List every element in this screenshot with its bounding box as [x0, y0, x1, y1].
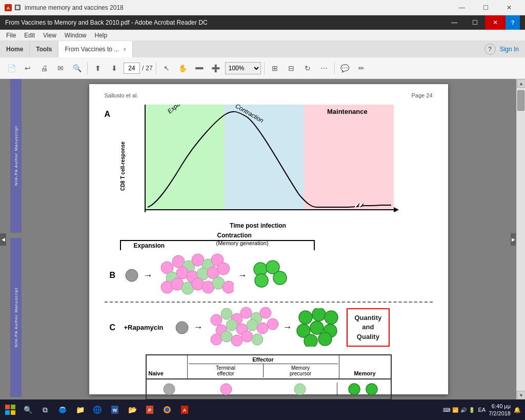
search-btn[interactable]: 🔍: [70, 61, 84, 75]
table-data-row: [147, 379, 391, 399]
tab-tools[interactable]: Tools: [30, 41, 58, 57]
nih-sidebar-bottom: NIH-PA Author Manuscript: [10, 238, 22, 397]
menu-help[interactable]: Help: [91, 31, 112, 40]
svg-point-70: [294, 384, 306, 395]
separator-4: [334, 62, 335, 74]
contraction-bracket: Contraction (Memory generation): [202, 240, 315, 250]
app-maximize-button[interactable]: ☐: [465, 15, 485, 30]
svg-point-30: [217, 263, 230, 275]
separator-3: [264, 62, 265, 74]
svg-rect-74: [11, 405, 15, 409]
cursor-btn[interactable]: ↖: [159, 61, 174, 75]
more-btn[interactable]: ⋯: [317, 61, 331, 75]
main-window: A 🔲 immune memory and vaccines 2018 — ☐ …: [0, 0, 525, 399]
scroll-up-button[interactable]: ▲: [517, 79, 525, 88]
rapamycin-label: +Rapamycin: [124, 324, 170, 331]
qty-quality-box: QuantityandQuality: [347, 308, 390, 347]
naive-cell-c: [174, 320, 190, 335]
fit-page-btn[interactable]: ⊞: [268, 61, 282, 75]
svg-point-56: [221, 331, 232, 342]
help-icon-button[interactable]: ?: [484, 44, 496, 55]
naive-cell-table: [149, 383, 190, 396]
table-memory-cell: Memory: [339, 355, 391, 378]
svg-marker-7: [394, 207, 399, 212]
open-btn[interactable]: ↩: [21, 61, 35, 75]
svg-point-59: [252, 334, 263, 345]
edge-button[interactable]: [54, 402, 71, 418]
menu-window[interactable]: Window: [60, 31, 91, 40]
memory-precursor-cell: Memoryprecursor: [264, 364, 338, 377]
app-close-button[interactable]: ✕: [485, 15, 506, 30]
tab-close-icon[interactable]: ×: [123, 47, 126, 52]
svg-text:Time post infection: Time post infection: [230, 222, 286, 229]
notifications-button[interactable]: 🔔: [514, 407, 521, 413]
scroll-down-button[interactable]: ▼: [517, 391, 525, 399]
word-button[interactable]: W: [107, 402, 123, 418]
menu-file[interactable]: File: [2, 31, 20, 40]
bottom-table: Naive Effector Terminaleffector Memorypr…: [146, 354, 392, 399]
task-view-button[interactable]: ⧉: [37, 402, 53, 418]
page-input[interactable]: [124, 63, 140, 74]
keyboard-icon: ⌨: [443, 407, 450, 413]
svg-rect-4: [304, 105, 394, 210]
powerpoint-button[interactable]: P: [142, 402, 158, 418]
menu-edit[interactable]: Edit: [20, 31, 39, 40]
author-text: Sallusto et al.: [105, 92, 138, 98]
rotate-btn[interactable]: ↻: [300, 61, 315, 75]
prev-page-btn[interactable]: ⬆: [91, 61, 105, 75]
svg-point-44: [221, 308, 232, 319]
left-margin: ◀: [0, 79, 10, 399]
page-header: Sallusto et al. Page 24: [105, 92, 433, 98]
help-circle-button[interactable]: ?: [506, 15, 520, 30]
zoom-select[interactable]: 100% 75% 150%: [225, 62, 261, 74]
file-explorer-button[interactable]: 📁: [72, 402, 88, 418]
envelope-btn[interactable]: ✉: [53, 61, 68, 75]
hand-btn[interactable]: ✋: [176, 61, 190, 75]
page-total: 27: [146, 65, 152, 72]
left-nav-arrow[interactable]: ◀: [0, 233, 6, 246]
section-a: A: [105, 105, 433, 235]
tab-help-area: ? Sign In: [478, 41, 525, 57]
tab-tools-label: Tools: [36, 46, 52, 53]
menu-view[interactable]: View: [39, 31, 60, 40]
svg-rect-75: [5, 410, 10, 415]
maximize-button[interactable]: ☐: [474, 0, 497, 15]
zoom-in-btn[interactable]: ➕: [209, 61, 223, 75]
right-nav-arrow[interactable]: ▶: [511, 233, 516, 246]
terminal-effector-cell: Terminaleffector: [189, 364, 264, 377]
network-icon: 📶: [452, 407, 458, 413]
highlight-btn[interactable]: ✏: [354, 61, 369, 75]
section-b-row: B →: [105, 252, 433, 298]
scroll-thumb[interactable]: [517, 90, 524, 111]
svg-point-55: [211, 334, 222, 345]
small-cluster-b: [251, 260, 287, 291]
next-page-btn[interactable]: ⬇: [107, 61, 122, 75]
comment-btn[interactable]: 💬: [338, 61, 352, 75]
svg-rect-73: [5, 405, 10, 409]
search-taskbar-button[interactable]: 🔍: [19, 402, 36, 418]
svg-point-40: [273, 271, 287, 285]
print-btn[interactable]: 🖨: [37, 61, 51, 75]
minimize-button[interactable]: —: [450, 0, 474, 15]
taskbar: 🔍 ⧉ 📁 W 📂 P A ⌨ 📶 🔊 🔋 EA: [0, 399, 525, 420]
app-minimize-button[interactable]: —: [444, 15, 465, 30]
pdf-page: Sallusto et al. Page 24 A: [89, 84, 448, 394]
fit-width-btn[interactable]: ⊟: [284, 61, 298, 75]
acrobat-taskbar-button[interactable]: A: [176, 402, 193, 418]
svg-point-43: [211, 314, 222, 326]
start-button[interactable]: [2, 402, 18, 418]
close-button[interactable]: ✕: [497, 0, 521, 15]
svg-point-42: [176, 322, 188, 334]
sign-in-button[interactable]: Sign In: [500, 46, 519, 53]
zoom-out-btn[interactable]: ➖: [192, 61, 207, 75]
create-btn[interactable]: 📄: [4, 61, 18, 75]
ie-button[interactable]: [89, 402, 106, 418]
tab-document[interactable]: From Vaccines to ... ×: [58, 41, 133, 57]
firefox-button[interactable]: [159, 402, 175, 418]
svg-text:P: P: [148, 408, 151, 413]
contraction-bar-label: Contraction: [217, 232, 252, 239]
tab-home[interactable]: Home: [0, 41, 30, 57]
table-naive-cell: Naive: [147, 355, 188, 378]
folder2-button[interactable]: 📂: [124, 402, 140, 418]
svg-text:W: W: [113, 408, 117, 413]
